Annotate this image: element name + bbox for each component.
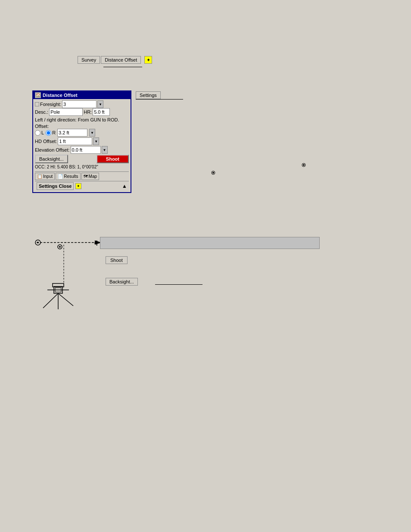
hd-dropdown-arrow[interactable]: ▼: [93, 137, 99, 145]
foresight-square: [35, 102, 39, 106]
desc-row: Desc.: HR:: [35, 108, 129, 116]
dialog-body: Foresight: ▼ Desc.: HR: Left / right dir…: [33, 99, 131, 192]
elev-dropdown-arrow[interactable]: ▼: [102, 146, 108, 154]
tab-input-label: Input: [43, 174, 53, 179]
radio-l-label: L: [41, 130, 44, 135]
breadcrumb-underline: [103, 67, 142, 67]
breadcrumb: Survey Distance Offset ✦: [78, 56, 152, 64]
tab-results[interactable]: 📄 Results: [56, 173, 80, 180]
gray-bar: [100, 237, 320, 249]
svg-point-7: [37, 242, 39, 243]
radio-l-input[interactable]: [35, 130, 40, 136]
survey-button[interactable]: Survey: [78, 56, 100, 64]
tab-input-icon: 📋: [37, 174, 42, 179]
dialog-title: Distance Offset: [43, 93, 78, 98]
occ-row: OCC: 2 HI: 5.400 BS: 1, 0°00'02": [35, 164, 129, 170]
backsight-standalone-button[interactable]: Backsight...: [106, 278, 138, 286]
radio-group: L R: [35, 130, 56, 136]
bottom-bar: Settings Close ✦ ▲: [35, 181, 129, 191]
desc-input[interactable]: [49, 108, 83, 116]
direction-text: Left / right direction: From GUN to ROD.: [35, 117, 129, 123]
offset-input[interactable]: [57, 129, 87, 137]
shoot-standalone-button[interactable]: Shoot: [106, 256, 128, 264]
elev-offset-label: Elevation Offset:: [35, 147, 70, 152]
offset-section: L R ▼: [35, 129, 129, 137]
svg-point-1: [303, 164, 305, 166]
hd-row: HD Offset: ▼: [35, 137, 129, 145]
foresight-input[interactable]: [62, 100, 97, 108]
settings-close-button[interactable]: Settings Close: [37, 182, 74, 190]
dashed-arrow: [34, 236, 101, 249]
divider: [35, 171, 129, 172]
tab-row: 📋 Input 📄 Results 🗺 Map: [35, 173, 129, 180]
offset-label: Offset:: [35, 124, 129, 129]
tab-map-icon: 🗺: [84, 174, 88, 179]
survey-instrument: [34, 276, 86, 310]
radio-l: L: [35, 130, 44, 136]
tab-input[interactable]: 📋 Input: [35, 173, 55, 180]
distance-offset-dialog: 🏠 Distance Offset Foresight: ▼ Desc.: HR…: [32, 90, 131, 193]
star-icon-bottom: ✦: [75, 183, 81, 189]
triangle-icon: ▲: [122, 183, 127, 189]
svg-point-3: [212, 172, 214, 174]
hd-offset-input[interactable]: [58, 137, 92, 145]
tab-map-label: Map: [89, 174, 97, 179]
foresight-dropdown-arrow[interactable]: ▼: [97, 100, 103, 108]
foresight-label: Foresight:: [40, 102, 61, 107]
svg-point-9: [59, 246, 61, 248]
settings-button[interactable]: Settings: [136, 91, 161, 99]
hr-label: HR:: [84, 109, 92, 115]
tab-results-label: Results: [64, 174, 78, 179]
backsight-underline: [155, 284, 202, 285]
right-radio-2: [211, 171, 215, 175]
tab-results-icon: 📄: [58, 174, 63, 179]
radio-r-input[interactable]: [46, 130, 51, 136]
right-radio-1: [302, 163, 306, 167]
crosshair-icon: ✛: [94, 239, 100, 247]
star-icon-top: ✦: [144, 56, 152, 64]
shoot-button[interactable]: Shoot: [97, 155, 129, 163]
svg-line-13: [43, 293, 58, 308]
tab-map[interactable]: 🗺 Map: [81, 173, 99, 180]
hr-input[interactable]: [93, 108, 110, 116]
radio-r-label: R: [52, 130, 56, 135]
distance-offset-button[interactable]: Distance Offset: [101, 56, 141, 64]
elev-offset-input[interactable]: [71, 146, 101, 154]
foresight-row: Foresight: ▼: [35, 100, 129, 108]
backsight-button[interactable]: Backsight...: [35, 155, 68, 163]
dialog-titlebar: 🏠 Distance Offset: [33, 91, 131, 99]
settings-close-label: Settings Close: [39, 184, 72, 189]
desc-label: Desc.:: [35, 109, 48, 115]
hd-offset-label: HD Offset:: [35, 139, 57, 144]
elev-row: Elevation Offset: ▼: [35, 146, 129, 154]
offset-dropdown-arrow[interactable]: ▼: [89, 129, 95, 137]
settings-underline: [136, 99, 183, 100]
dialog-icon: 🏠: [35, 92, 41, 98]
action-row: Backsight... Shoot: [35, 155, 129, 163]
svg-line-15: [58, 293, 73, 306]
radio-r: R: [46, 130, 56, 136]
